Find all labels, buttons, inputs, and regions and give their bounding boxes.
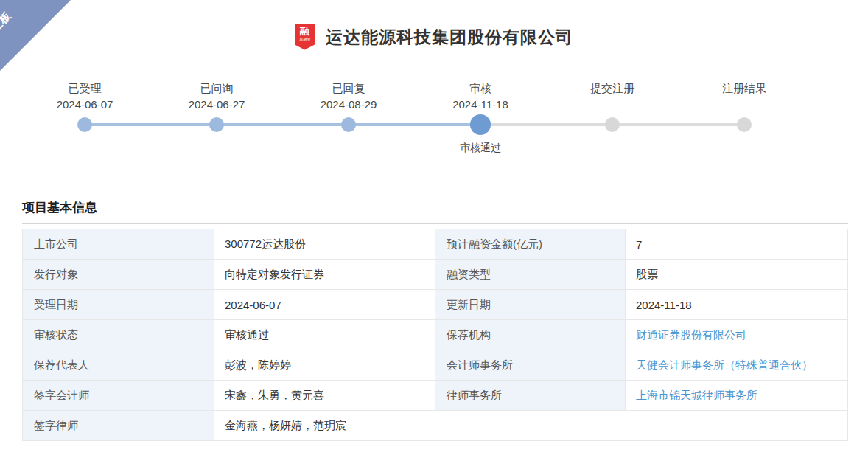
timeline-step-name: 已回复 xyxy=(282,81,415,96)
table-row-value: 审核通过 xyxy=(214,320,435,350)
table-value-link[interactable]: 财通证券股份有限公司 xyxy=(636,328,746,342)
table-row-value: 向特定对象发行证券 xyxy=(214,260,435,290)
table-value-link[interactable]: 天健会计师事务所（特殊普通合伙） xyxy=(636,358,813,372)
table-row-value: 7 xyxy=(626,229,848,260)
timeline-step-date: 2024-11-18 xyxy=(414,97,547,112)
table-row-value: 金海燕，杨妍婧，范玥宸 xyxy=(214,411,435,441)
timeline-step-6: 注册结果 xyxy=(678,81,811,97)
refinancing-badge-icon: 融 再融资 xyxy=(295,24,315,50)
table-row-label: 签字会计师 xyxy=(23,381,214,411)
timeline-step-date: 2024-06-07 xyxy=(18,97,151,112)
table-row-value: 2024-11-18 xyxy=(626,290,848,320)
timeline-step-name: 提交注册 xyxy=(546,81,679,96)
table-row-value: 财通证券股份有限公司 xyxy=(626,320,848,350)
board-ribbon-label: 创业板 xyxy=(0,0,23,52)
timeline-node-done-icon xyxy=(341,117,356,132)
table-row-empty-cell xyxy=(435,411,848,441)
table-row-label: 发行对象 xyxy=(23,260,214,290)
table-row-label: 审核状态 xyxy=(23,320,214,350)
table-row-value: 上海市锦天城律师事务所 xyxy=(626,381,848,411)
table-row-label: 预计融资金额(亿元) xyxy=(435,229,626,260)
timeline-step-2: 已问询2024-06-27 xyxy=(150,81,283,112)
timeline-step-name: 审核 xyxy=(414,81,547,96)
table-row-value: 彭波，陈婷婷 xyxy=(214,350,435,381)
timeline-step-date: 2024-08-29 xyxy=(282,97,415,112)
timeline-step-5: 提交注册 xyxy=(546,81,679,97)
timeline-step-3: 已回复2024-08-29 xyxy=(282,81,415,112)
table-row-label: 受理日期 xyxy=(23,290,214,320)
table-row-label: 会计师事务所 xyxy=(435,350,626,381)
review-progress-timeline: 已受理2024-06-07已问询2024-06-27已回复2024-08-29审… xyxy=(0,81,868,164)
timeline-node-done-icon xyxy=(77,117,92,132)
table-row-label: 融资类型 xyxy=(435,260,626,290)
table-row-label: 保荐机构 xyxy=(435,320,626,350)
timeline-line-completed xyxy=(85,123,480,126)
table-row-value: 300772运达股份 xyxy=(214,229,435,260)
timeline-step-1: 已受理2024-06-07 xyxy=(18,81,151,112)
project-info-section: 项目基本信息 上市公司300772运达股份预计融资金额(亿元)7发行对象向特定对… xyxy=(22,199,848,441)
table-row-label: 更新日期 xyxy=(435,290,626,320)
table-row-value: 2024-06-07 xyxy=(214,290,435,320)
timeline-step-name: 已问询 xyxy=(150,81,283,96)
company-title: 运达能源科技集团股份有限公司 xyxy=(326,26,573,49)
board-ribbon: 创业板 xyxy=(0,0,71,71)
table-row-label: 签字律师 xyxy=(23,411,214,441)
timeline-step-name: 注册结果 xyxy=(678,81,811,96)
timeline-step-date: 2024-06-27 xyxy=(150,97,283,112)
page-header: 融 再融资 运达能源科技集团股份有限公司 xyxy=(0,22,868,52)
table-row-label: 上市公司 xyxy=(23,229,214,260)
timeline-step-4: 审核2024-11-18 xyxy=(414,81,547,112)
timeline-node-active-icon xyxy=(470,114,491,135)
timeline-node-pending-icon xyxy=(605,117,620,132)
table-value-link[interactable]: 上海市锦天城律师事务所 xyxy=(636,389,757,403)
table-row-value: 股票 xyxy=(626,260,848,290)
project-info-table: 上市公司300772运达股份预计融资金额(亿元)7发行对象向特定对象发行证券融资… xyxy=(22,229,848,441)
timeline-step-name: 已受理 xyxy=(18,81,151,96)
table-row-value: 宋鑫，朱勇，黄元喜 xyxy=(214,381,435,411)
timeline-node-pending-icon xyxy=(737,117,752,132)
table-row-label: 律师事务所 xyxy=(435,381,626,411)
badge-subtext: 再融资 xyxy=(299,37,310,41)
page: { "colors": { "ribbon_bg": "#7e93c0", "b… xyxy=(0,0,868,458)
badge-char: 融 xyxy=(300,27,309,37)
table-row-value: 天健会计师事务所（特殊普通合伙） xyxy=(626,350,848,381)
table-row-label: 保荐代表人 xyxy=(23,350,214,381)
timeline-node-done-icon xyxy=(209,117,224,132)
section-title: 项目基本信息 xyxy=(22,199,848,224)
timeline-step-note: 审核通过 xyxy=(414,142,547,155)
